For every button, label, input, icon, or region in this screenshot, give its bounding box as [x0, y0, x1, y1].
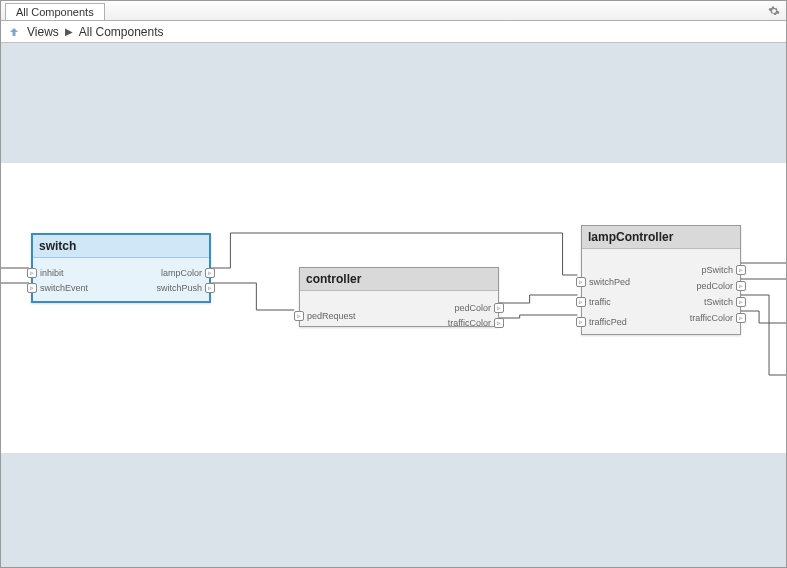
chevron-right-icon: ▶ — [65, 26, 73, 37]
port-out-switchPush[interactable]: switchPush — [156, 283, 215, 293]
breadcrumb: Views ▶ All Components — [1, 21, 786, 43]
port-out-lampColor[interactable]: lampColor — [161, 268, 215, 278]
node-title: lampController — [582, 226, 740, 249]
port-label: pedColor — [454, 303, 491, 313]
port-label: tSwitch — [704, 297, 733, 307]
port-out-trafficColor[interactable]: trafficColor — [690, 313, 746, 323]
node-title: controller — [300, 268, 498, 291]
port-label: pSwitch — [701, 265, 733, 275]
node-switch[interactable]: switch inhibit switchEvent lampColor swi… — [31, 233, 211, 303]
port-in-traffic[interactable]: traffic — [576, 297, 611, 307]
node-controller[interactable]: controller pedRequest pedColor trafficCo… — [299, 267, 499, 327]
tab-all-components[interactable]: All Components — [5, 3, 105, 20]
port-label: traffic — [589, 297, 611, 307]
port-in-switchEvent[interactable]: switchEvent — [27, 283, 88, 293]
port-label: switchPed — [589, 277, 630, 287]
port-out-pedColor[interactable]: pedColor — [454, 303, 504, 313]
port-in-trafficPed[interactable]: trafficPed — [576, 317, 627, 327]
up-arrow-icon[interactable] — [7, 25, 21, 39]
port-in-inhibit[interactable]: inhibit — [27, 268, 64, 278]
port-out-tSwitch[interactable]: tSwitch — [704, 297, 746, 307]
breadcrumb-current[interactable]: All Components — [79, 25, 164, 39]
diagram-canvas[interactable]: switch inhibit switchEvent lampColor swi… — [1, 163, 786, 453]
port-in-switchPed[interactable]: switchPed — [576, 277, 630, 287]
tab-bar: All Components — [1, 1, 786, 21]
port-label: trafficColor — [690, 313, 733, 323]
node-lampController[interactable]: lampController switchPed traffic traffic… — [581, 225, 741, 335]
port-label: lampColor — [161, 268, 202, 278]
port-label: pedColor — [696, 281, 733, 291]
port-label: switchPush — [156, 283, 202, 293]
tab-label: All Components — [16, 6, 94, 18]
breadcrumb-root[interactable]: Views — [27, 25, 59, 39]
port-label: trafficColor — [448, 318, 491, 328]
gear-icon[interactable] — [766, 3, 782, 19]
port-label: pedRequest — [307, 311, 356, 321]
port-label: trafficPed — [589, 317, 627, 327]
port-label: inhibit — [40, 268, 64, 278]
port-out-trafficColor[interactable]: trafficColor — [448, 318, 504, 328]
port-out-pedColor[interactable]: pedColor — [696, 281, 746, 291]
port-out-pSwitch[interactable]: pSwitch — [701, 265, 746, 275]
port-label: switchEvent — [40, 283, 88, 293]
node-title: switch — [33, 235, 209, 258]
diagram-canvas-wrap: switch inhibit switchEvent lampColor swi… — [1, 43, 786, 567]
port-in-pedRequest[interactable]: pedRequest — [294, 311, 356, 321]
